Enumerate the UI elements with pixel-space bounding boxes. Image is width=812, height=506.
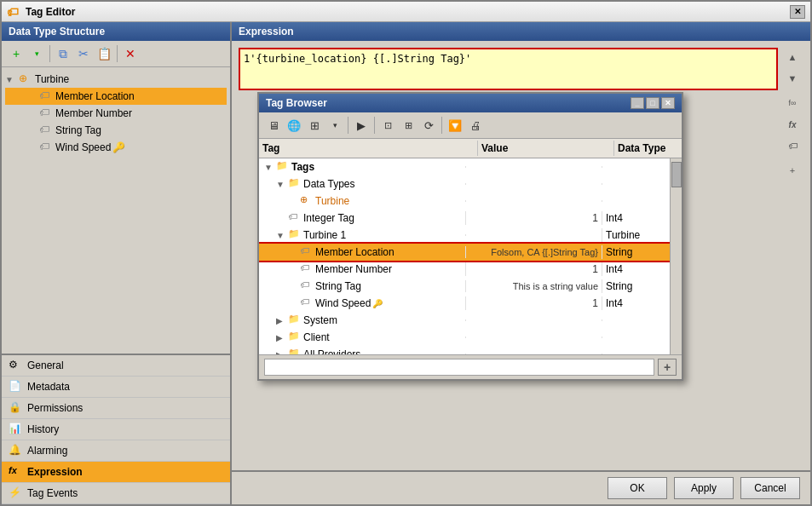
nav-label-tag-events: Tag Events	[27, 487, 78, 499]
nav-permissions[interactable]: 🔒 Permissions	[2, 398, 230, 419]
delete-button[interactable]: ✕	[121, 44, 140, 63]
tb-value-tags	[465, 166, 602, 168]
tb-expand-btn[interactable]: ⊞	[399, 116, 418, 135]
tb-row-system[interactable]: ▶ 📁 System	[259, 312, 670, 329]
tb-row-turbine-type[interactable]: ⊕ Turbine	[259, 193, 670, 210]
tb-row-member-number[interactable]: 🏷 Member Number 1 Int4	[259, 261, 670, 278]
turbine-type-icon: ⊕	[300, 194, 314, 208]
close-button[interactable]: ✕	[790, 5, 805, 19]
nav-alarming[interactable]: 🔔 Alarming	[2, 440, 230, 462]
copy-button[interactable]: ⧉	[54, 44, 72, 63]
tb-dt-integer-tag: Int4	[602, 211, 670, 225]
tb-refresh-btn[interactable]: ⟳	[419, 116, 438, 135]
nav-tag-events[interactable]: ⚡ Tag Events	[2, 483, 230, 504]
tb-column-headers: Tag Value Data Type	[259, 139, 682, 158]
tb-play-btn[interactable]: ▶	[352, 116, 371, 135]
tree-item-string-tag[interactable]: 🏷 String Tag	[5, 122, 227, 139]
tb-label-system: System	[303, 314, 337, 326]
tb-provider-btn[interactable]: 🖥	[264, 116, 283, 135]
tb-grid-btn[interactable]: ⊞	[305, 116, 324, 135]
tag-icon-string-tag-tb: 🏷	[300, 279, 314, 293]
history-icon: 📊	[9, 423, 22, 436]
nav-label-metadata: Metadata	[27, 381, 70, 393]
tree-item-turbine-root[interactable]: ▼ ⊕ Turbine	[5, 71, 227, 88]
tb-maximize-btn[interactable]: □	[646, 97, 659, 109]
tb-row-tags[interactable]: ▼ 📁 Tags	[259, 158, 670, 175]
tb-row-wind-speed-tb[interactable]: 🏷 Wind Speed 🔑 1 Int4	[259, 295, 670, 312]
tb-row-integer-tag[interactable]: 🏷 Integer Tag 1 Int4	[259, 210, 670, 227]
tag-icon-member-num: 🏷	[300, 262, 314, 276]
expression-input[interactable]: 1'{turbine_location} {[.]String Tag}'	[244, 53, 773, 77]
nav-history[interactable]: 📊 History	[2, 419, 230, 440]
tb-network-btn[interactable]: 🌐	[285, 116, 303, 135]
tb-cell-tags: ▼ 📁 Tags	[259, 159, 465, 175]
tb-row-string-tag-tb[interactable]: 🏷 String Tag This is a string value Stri…	[259, 278, 670, 295]
tb-row-data-types[interactable]: ▼ 📁 Data Types	[259, 175, 670, 193]
app-icon: 🏷	[7, 5, 20, 19]
permissions-icon: 🔒	[9, 401, 22, 415]
tb-collapse-btn[interactable]: ⊡	[378, 116, 397, 135]
tb-tree-content: ▼ 📁 Tags	[259, 158, 670, 354]
expression-icon: fx	[9, 465, 22, 479]
add-dropdown-button[interactable]: ▾	[27, 44, 46, 63]
tag-icon-member-location: 🏷	[39, 89, 53, 103]
left-toolbar: + ▾ ⧉ ✂ 📋 ✕	[2, 41, 230, 67]
tb-cell-integer-tag: 🏷 Integer Tag	[259, 210, 465, 226]
add-button[interactable]: +	[7, 44, 26, 63]
alarming-icon: 🔔	[9, 444, 22, 457]
tb-download-btn[interactable]: 🔽	[446, 116, 464, 135]
data-type-tree[interactable]: ▼ ⊕ Turbine 🏷 Member Location 🏷 Member N…	[2, 67, 230, 354]
tb-cell-member-number: 🏷 Member Number	[259, 262, 465, 277]
tb-row-all-providers[interactable]: ▶ 📁 All Providers	[259, 346, 670, 354]
tb-value-system	[465, 319, 602, 321]
tag-icon-member-number: 🏷	[39, 106, 53, 120]
tb-sep-1	[348, 117, 348, 134]
tag-icon-member-loc: 🏷	[300, 245, 314, 259]
folder-icon-all-providers: 📁	[288, 348, 302, 354]
tb-row-member-location[interactable]: 🏷 Member Location Folsom, CA {[.]String …	[259, 244, 670, 261]
tb-label-member-number: Member Number	[315, 263, 392, 275]
tb-scrollbar[interactable]: ▼	[670, 158, 682, 354]
folder-icon-turbine-1: 📁	[288, 228, 302, 242]
main-content: Data Type Structure + ▾ ⧉ ✂ 📋 ✕ ▼ ⊕ Turb…	[2, 22, 810, 504]
paste-button[interactable]: 📋	[95, 44, 113, 63]
tb-label-wind-speed-tb: Wind Speed	[315, 297, 371, 309]
tb-label-string-tag-tb: String Tag	[315, 280, 361, 292]
tb-value-turbine-1	[465, 234, 602, 236]
tb-add-path-btn[interactable]: +	[658, 359, 677, 376]
tb-path-input[interactable]	[264, 359, 654, 376]
tb-value-client	[465, 336, 602, 338]
tb-close-btn[interactable]: ✕	[661, 97, 675, 109]
tree-item-member-location[interactable]: 🏷 Member Location	[5, 88, 227, 105]
ok-button[interactable]: OK	[608, 477, 667, 499]
window-title: Tag Editor	[26, 6, 790, 18]
folder-icon-system: 📁	[288, 313, 302, 327]
tb-minimize-btn[interactable]: _	[631, 97, 644, 109]
nav-panel: ⚙ General 📄 Metadata 🔒 Permissions 📊 His…	[2, 354, 230, 504]
expand-icon: ▼	[5, 75, 19, 84]
cut-button[interactable]: ✂	[74, 44, 93, 63]
nav-expression[interactable]: fx Expression	[2, 462, 230, 483]
tb-cell-system: ▶ 📁 System	[259, 313, 465, 328]
tb-row-client[interactable]: ▶ 📁 Client	[259, 329, 670, 346]
tree-item-member-number[interactable]: 🏷 Member Number	[5, 105, 227, 122]
tb-print-btn[interactable]: 🖨	[466, 116, 485, 135]
tb-value-string-tag: This is a string value	[465, 280, 602, 292]
tb-label-client: Client	[303, 331, 330, 343]
folder-icon-data-types: 📁	[288, 177, 302, 191]
nav-metadata[interactable]: 📄 Metadata	[2, 377, 230, 398]
scroll-up-btn[interactable]: ▲	[783, 48, 802, 66]
right-panel: Expression 1'{turbine_location} {[.]Stri…	[232, 22, 810, 504]
tb-row-turbine-1[interactable]: ▼ 📁 Turbine 1 Turbine	[259, 227, 670, 244]
tb-toolbar: 🖥 🌐 ⊞ ▾ ▶ ⊡ ⊞ ⟳ 🔽 🖨	[259, 112, 682, 139]
expand-all-providers: ▶	[276, 350, 288, 355]
tree-item-wind-speed[interactable]: 🏷 Wind Speed 🔑	[5, 139, 227, 156]
apply-button[interactable]: Apply	[674, 477, 734, 499]
cancel-button[interactable]: Cancel	[740, 477, 800, 499]
left-panel-header: Data Type Structure	[2, 22, 230, 41]
tag-browser-title: Tag Browser	[266, 97, 327, 109]
nav-general[interactable]: ⚙ General	[2, 355, 230, 377]
tag-browser-header: Tag Browser _ □ ✕	[259, 94, 682, 112]
tb-grid-dropdown[interactable]: ▾	[325, 116, 344, 135]
tree-label-string-tag: String Tag	[55, 124, 101, 136]
